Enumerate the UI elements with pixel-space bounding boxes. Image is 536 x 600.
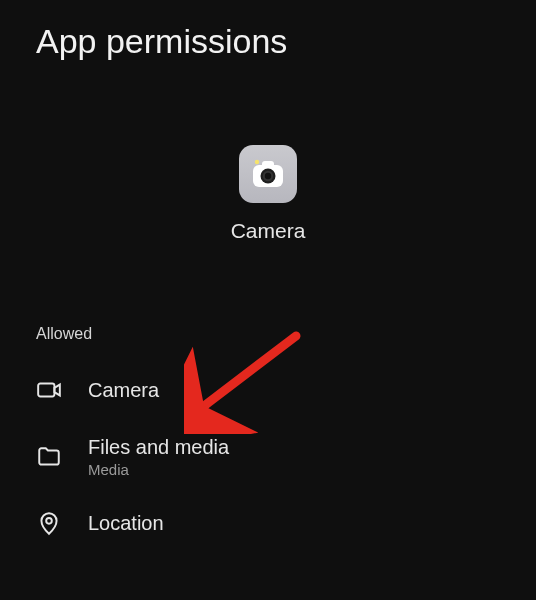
app-name-label: Camera — [231, 219, 306, 243]
permission-label: Location — [88, 511, 164, 535]
permission-text: Camera — [88, 378, 159, 402]
permission-text: Location — [88, 511, 164, 535]
app-header: Camera — [0, 145, 536, 243]
app-icon — [239, 145, 297, 203]
svg-rect-2 — [262, 161, 274, 169]
permission-text: Files and media Media — [88, 435, 229, 478]
svg-point-5 — [265, 173, 271, 179]
permission-row-location[interactable]: Location — [0, 494, 536, 552]
permission-row-camera[interactable]: Camera — [0, 361, 536, 419]
permission-label: Files and media — [88, 435, 229, 459]
folder-icon — [36, 444, 62, 470]
permission-label: Camera — [88, 378, 159, 402]
permission-sublabel: Media — [88, 461, 229, 478]
location-icon — [36, 510, 62, 536]
section-header-allowed: Allowed — [0, 325, 536, 343]
camera-icon — [36, 377, 62, 403]
page-title: App permissions — [0, 0, 536, 73]
camera-app-icon — [248, 154, 288, 194]
svg-point-7 — [46, 518, 52, 524]
permission-row-files[interactable]: Files and media Media — [0, 419, 536, 494]
svg-point-0 — [255, 160, 259, 164]
svg-rect-6 — [38, 384, 54, 397]
